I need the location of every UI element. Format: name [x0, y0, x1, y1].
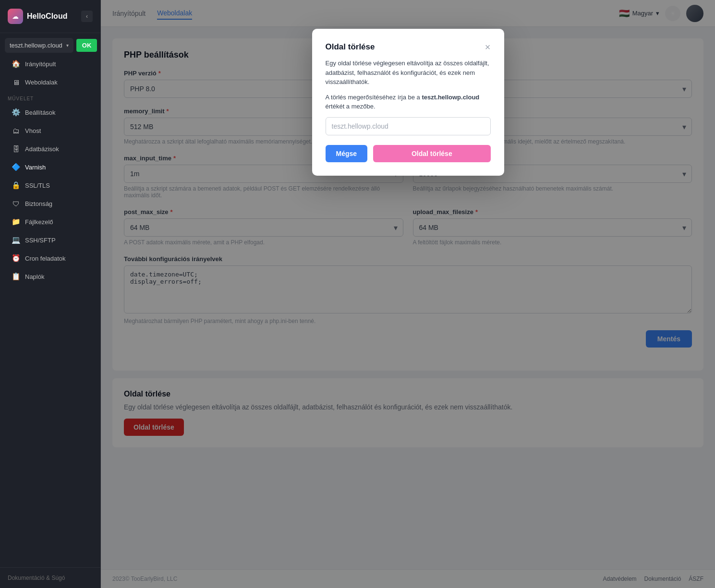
chevron-down-icon: ▾	[66, 43, 69, 48]
websites-icon: 🖥	[12, 78, 20, 86]
sidebar-item-label: SSL/TLS	[25, 182, 50, 189]
cron-icon: ⏰	[12, 254, 20, 263]
modal-overlay: Oldal törlése × Egy oldal törlése végleg…	[101, 0, 715, 588]
modal-close-button[interactable]: ×	[485, 42, 491, 52]
logo-icon: ☁	[8, 9, 23, 24]
modal-delete-button[interactable]: Oldal törlése	[373, 145, 490, 162]
sidebar: ☁ HelloCloud ‹ teszt.hellowp.cloud ▾ OK …	[0, 0, 101, 588]
site-selector[interactable]: teszt.hellowp.cloud ▾	[5, 38, 73, 53]
sidebar-item-beallitasok[interactable]: ⚙️ Beállítások	[4, 104, 97, 121]
modal-title: Oldal törlése	[326, 42, 375, 52]
modal-cancel-button[interactable]: Mégse	[326, 145, 368, 162]
sidebar-item-label: SSH/SFTP	[25, 237, 56, 244]
sidebar-item-naplok[interactable]: 📋 Naplók	[4, 268, 97, 285]
back-button[interactable]: ‹	[81, 11, 93, 22]
sidebar-logo: ☁ HelloCloud ‹	[0, 0, 100, 33]
modal-description-2: A törlés megerősítéséhez írja be a teszt…	[326, 93, 491, 111]
modal-header: Oldal törlése ×	[326, 42, 491, 52]
modal-description-1: Egy oldal törlése véglegesen eltávolítja…	[326, 59, 491, 87]
database-icon: 🗄	[12, 144, 20, 153]
go-button[interactable]: OK	[76, 39, 97, 52]
site-selector-text: teszt.hellowp.cloud	[10, 42, 62, 49]
delete-modal: Oldal törlése × Egy oldal törlése végleg…	[312, 29, 504, 176]
sidebar-docs[interactable]: Dokumentáció & Súgó	[0, 567, 100, 588]
modal-confirmation-input[interactable]	[326, 117, 491, 135]
files-icon: 📁	[12, 217, 20, 226]
sidebar-item-label: Weboldalak	[25, 79, 58, 86]
sidebar-item-label: Beállítások	[25, 109, 56, 116]
sidebar-item-label: Biztonság	[25, 200, 52, 207]
sidebar-item-fajlkezelo[interactable]: 📁 Fájlkezelő	[4, 213, 97, 230]
sidebar-item-label: Adatbázisok	[25, 145, 59, 153]
sidebar-item-label: Vhost	[25, 127, 41, 134]
sidebar-item-ssltls[interactable]: 🔒 SSL/TLS	[4, 177, 97, 194]
sidebar-section-label: MŰVELET	[0, 91, 100, 103]
sidebar-item-weboldalak[interactable]: 🖥 Weboldalak	[4, 73, 97, 91]
sidebar-item-sshsftp[interactable]: 💻 SSH/SFTP	[4, 231, 97, 249]
settings-icon: ⚙️	[12, 108, 20, 117]
modal-actions: Mégse Oldal törlése	[326, 145, 491, 162]
sidebar-item-label: Cron feladatok	[25, 255, 66, 262]
sidebar-item-adatbazisok[interactable]: 🗄 Adatbázisok	[4, 140, 97, 157]
sidebar-item-label: Irányítópult	[25, 60, 56, 68]
sidebar-item-label: Fájlkezelő	[25, 218, 53, 226]
varnish-icon: 🔷	[12, 163, 20, 171]
sidebar-item-cron[interactable]: ⏰ Cron feladatok	[4, 250, 97, 267]
dashboard-icon: 🏠	[12, 60, 20, 68]
sidebar-item-label: Naplók	[25, 273, 44, 280]
sidebar-item-varnish[interactable]: 🔷 Varnish	[4, 158, 97, 176]
logo-text: HelloCloud	[27, 12, 67, 21]
ssh-icon: 💻	[12, 236, 20, 244]
main-content: Irányítópult Weboldalak 🇭🇺 Magyar ▾ ☀ PH…	[101, 0, 715, 588]
sidebar-item-biztonsag[interactable]: 🛡 Biztonság	[4, 195, 97, 212]
security-icon: 🛡	[12, 199, 20, 208]
ssl-icon: 🔒	[12, 181, 20, 190]
logs-icon: 📋	[12, 272, 20, 281]
sidebar-item-label: Varnish	[25, 164, 46, 171]
modal-bold-domain: teszt.hellowp.cloud	[422, 94, 479, 101]
sidebar-item-iranyitopult[interactable]: 🏠 Irányítópult	[4, 55, 97, 72]
vhost-icon: 🗂	[12, 126, 20, 135]
sidebar-item-vhost[interactable]: 🗂 Vhost	[4, 122, 97, 139]
